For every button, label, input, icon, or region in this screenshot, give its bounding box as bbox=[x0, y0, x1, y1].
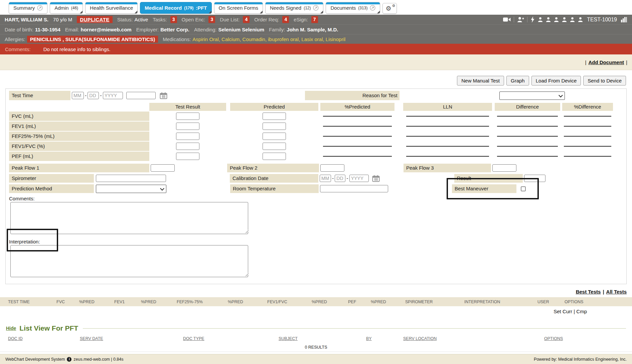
test-result-input[interactable] bbox=[176, 153, 199, 160]
divider bbox=[514, 17, 514, 22]
peak-flow-1-label: Peak Flow 1 bbox=[9, 164, 149, 172]
tasks-badge[interactable]: 3 bbox=[170, 16, 177, 23]
percent-difference-cell bbox=[562, 136, 613, 137]
value-line bbox=[564, 156, 611, 157]
allergies-value[interactable]: PENICILLINS , SULFA(SULFONAMIDE ANTIBIOT… bbox=[27, 36, 158, 43]
email-label: Email: bbox=[65, 27, 79, 32]
popup-icon[interactable] bbox=[37, 5, 43, 11]
calendar-icon[interactable] bbox=[372, 175, 380, 182]
video-camera-icon[interactable] bbox=[503, 17, 511, 22]
calibration-year-input[interactable] bbox=[349, 175, 369, 182]
comments-textarea-wrap bbox=[10, 202, 250, 234]
test-time-day-input[interactable] bbox=[88, 92, 99, 99]
settings-gear-button[interactable]: ⚙ ⚙ bbox=[382, 3, 397, 14]
dob-value: 11-30-1954 bbox=[35, 27, 60, 32]
test-time-year-input[interactable] bbox=[103, 92, 123, 99]
reason-for-test-select[interactable] bbox=[499, 92, 565, 100]
toolbar-button[interactable]: Graph bbox=[506, 76, 529, 85]
order-req-badge[interactable]: 4 bbox=[282, 16, 289, 23]
due-list-badge[interactable]: 4 bbox=[243, 16, 250, 23]
set-curr-cmp-links[interactable]: Set Curr | Cmp bbox=[554, 309, 587, 314]
results-column-header: %PRED bbox=[141, 300, 177, 304]
lightning-bolt-icon[interactable] bbox=[530, 16, 535, 23]
predicted-input[interactable] bbox=[263, 113, 286, 120]
person-add-icon[interactable] bbox=[517, 17, 524, 22]
interpretation-textarea-wrap bbox=[10, 245, 250, 277]
person-icon[interactable] bbox=[554, 17, 559, 22]
document-column-header[interactable]: DOC TYPE bbox=[183, 336, 279, 341]
tab-medical-record[interactable]: Medical Record (179) :PFT bbox=[140, 2, 211, 14]
peak-flow-2-input[interactable] bbox=[320, 164, 344, 172]
document-column-header[interactable]: SERV DATE bbox=[80, 336, 183, 341]
prediction-method-select[interactable] bbox=[96, 185, 166, 193]
peak-flow-1-input[interactable] bbox=[151, 164, 175, 172]
medications-value[interactable]: Aspirin Oral, Calcium, Coumadin, ibuprof… bbox=[192, 36, 345, 42]
predicted-input[interactable] bbox=[263, 143, 286, 150]
value-line bbox=[323, 116, 392, 117]
tab-label: Documents bbox=[330, 5, 356, 11]
results-column-header: %PRED bbox=[79, 300, 114, 304]
email-value[interactable]: horner@mieweb.com bbox=[81, 27, 131, 32]
all-tests-link[interactable]: All Tests bbox=[606, 289, 627, 295]
person-icon[interactable] bbox=[562, 17, 567, 22]
room-temperature-input[interactable] bbox=[320, 185, 388, 192]
interpretation-textarea[interactable] bbox=[10, 245, 248, 277]
tab-health-surveillance[interactable]: Health Surveillance bbox=[85, 2, 138, 14]
predicted-input[interactable] bbox=[263, 133, 286, 140]
result-label: Result bbox=[454, 174, 523, 183]
peak-flow-3-input[interactable] bbox=[492, 164, 516, 172]
tab-on-screen-forms[interactable]: On Screen Forms bbox=[214, 2, 263, 14]
person-icon[interactable] bbox=[578, 17, 583, 22]
test-result-input[interactable] bbox=[176, 133, 199, 140]
tab-documents[interactable]: Documents (313) bbox=[326, 2, 380, 14]
family-label: Family: bbox=[269, 27, 285, 32]
spirometer-input[interactable] bbox=[96, 175, 166, 182]
best-tests-link[interactable]: Best Tests bbox=[576, 289, 601, 295]
document-column-header[interactable]: DOC ID bbox=[8, 336, 80, 341]
predicted-input[interactable] bbox=[263, 153, 286, 160]
date-dash: - bbox=[100, 93, 102, 99]
person-icon[interactable] bbox=[538, 17, 543, 22]
test-time-row: Test Time - - Reason for Test bbox=[9, 91, 626, 100]
calibration-month-input[interactable] bbox=[320, 175, 331, 182]
calendar-icon[interactable] bbox=[160, 92, 167, 99]
document-column-header[interactable]: SUBJECT bbox=[279, 336, 366, 341]
test-result-cell bbox=[149, 123, 226, 130]
tab-admin[interactable]: Admin (46) bbox=[50, 2, 83, 14]
comments-textarea[interactable] bbox=[10, 202, 248, 234]
result-input[interactable] bbox=[524, 175, 545, 182]
test-result-cell bbox=[149, 113, 226, 120]
best-maneuver-checkbox[interactable] bbox=[521, 186, 526, 191]
info-icon[interactable]: i bbox=[67, 357, 71, 362]
add-document-link[interactable]: Add Document bbox=[588, 59, 624, 65]
tab-summary[interactable]: Summary bbox=[9, 2, 47, 14]
esign-badge[interactable]: 7 bbox=[311, 16, 318, 23]
document-column-header[interactable]: SERV LOCATION bbox=[403, 336, 544, 341]
test-time-time-input[interactable] bbox=[126, 92, 156, 99]
document-column-header[interactable]: BY bbox=[366, 336, 403, 341]
person-icon[interactable] bbox=[546, 17, 551, 22]
test-result-input[interactable] bbox=[176, 143, 199, 150]
test-time-month-input[interactable] bbox=[72, 92, 84, 99]
tab-needs-signed[interactable]: Needs Signed (12) bbox=[265, 2, 324, 14]
duplicate-flag[interactable]: DUPLICATE bbox=[77, 16, 112, 23]
open-enc-badge[interactable]: 3 bbox=[208, 16, 215, 23]
toolbar-button[interactable]: New Manual Test bbox=[457, 76, 504, 85]
popup-icon[interactable] bbox=[313, 5, 319, 11]
results-row-actions: Set Curr | Cmp bbox=[0, 306, 632, 316]
toolbar-button[interactable]: Send to Device bbox=[583, 76, 626, 85]
document-column-header[interactable]: OPTIONS bbox=[544, 336, 563, 341]
test-result-input[interactable] bbox=[176, 113, 199, 120]
predicted-input[interactable] bbox=[263, 123, 286, 130]
results-column-header: FEV1 bbox=[114, 300, 141, 304]
toolbar-button[interactable]: Load From Device bbox=[531, 76, 581, 85]
test-result-input[interactable] bbox=[176, 123, 199, 130]
hide-link[interactable]: Hide bbox=[6, 326, 16, 331]
person-icon[interactable] bbox=[570, 17, 575, 22]
bar-chart-icon[interactable] bbox=[621, 17, 627, 22]
percent-difference-cell bbox=[562, 126, 613, 127]
popup-icon[interactable] bbox=[370, 5, 375, 11]
calibration-day-input[interactable] bbox=[335, 175, 345, 182]
footer-powered-by: Powered by: Medical Informatics Engineer… bbox=[534, 357, 627, 362]
results-column-header: SPIROMETER bbox=[405, 300, 464, 304]
